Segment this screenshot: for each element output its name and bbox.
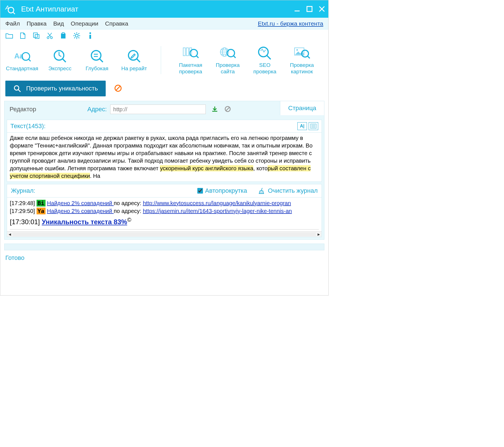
view-text-icon[interactable]: A|	[297, 122, 307, 130]
log-body: [17:29:48] Bi Найдено 2% совпадений по а…	[7, 198, 322, 231]
svg-line-60	[116, 86, 120, 90]
cut-icon[interactable]	[46, 32, 54, 40]
tool-standard-label: Стандартная	[6, 65, 38, 72]
tool-batch[interactable]: Пакетная проверка	[175, 45, 206, 75]
tool-deep-label: Глубокая	[86, 65, 109, 72]
log-panel: Журнал: Автопрокрутка Очистить журнал [1…	[7, 184, 322, 237]
tool-batch-label: Пакетная проверка	[179, 62, 202, 75]
menu-file[interactable]: Файл	[5, 20, 20, 27]
tool-rewrite[interactable]: На рерайт	[119, 49, 150, 72]
svg-line-20	[74, 33, 75, 34]
autoscroll-checkbox[interactable]	[197, 188, 203, 194]
svg-line-43	[196, 56, 199, 58]
log-line: [17:29:48] Bi Найдено 2% совпадений по а…	[10, 199, 319, 207]
svg-line-63	[226, 107, 229, 111]
svg-point-57	[14, 86, 19, 90]
menu-edit[interactable]: Правка	[27, 20, 47, 27]
svg-point-54	[296, 49, 298, 51]
svg-rect-39	[183, 48, 186, 56]
svg-line-56	[308, 56, 310, 58]
match-link[interactable]: Найдено 2% совпадений	[47, 200, 114, 206]
svg-line-22	[78, 33, 79, 34]
express-icon	[51, 49, 68, 64]
address-input[interactable]	[110, 105, 206, 114]
uniqueness-result: Уникальность текста 83%	[42, 218, 127, 226]
tool-express-label: Экспресс	[48, 65, 71, 72]
status-text: Готово	[0, 253, 328, 264]
etxt-link[interactable]: Etxt.ru - биржа контента	[258, 20, 323, 27]
svg-rect-25	[89, 35, 91, 39]
scroll-left-icon[interactable]: ◄	[7, 232, 13, 237]
check-uniqueness-button[interactable]: Проверить уникальность	[5, 81, 106, 96]
clear-log-button[interactable]: Очистить журнал	[258, 187, 318, 194]
svg-line-68	[261, 188, 262, 191]
source-badge-ya: Ya	[37, 208, 46, 214]
minimize-button[interactable]	[294, 6, 300, 12]
autoscroll-toggle[interactable]: Автопрокрутка	[197, 187, 247, 194]
download-icon[interactable]	[211, 106, 219, 113]
close-button[interactable]	[319, 6, 325, 12]
tool-express[interactable]: Экспресс	[44, 49, 75, 72]
tool-images-label: Проверка картинок	[290, 62, 314, 75]
svg-line-71	[262, 192, 263, 194]
seo-icon	[256, 45, 273, 60]
tool-seo-label: SEO проверка	[253, 62, 276, 75]
highlight-1: ускоренный курс английского языка	[160, 165, 253, 171]
tool-images[interactable]: Проверка картинок	[286, 45, 317, 75]
svg-line-28	[29, 59, 31, 61]
block-icon[interactable]	[224, 106, 232, 113]
tool-standard[interactable]: Aa Стандартная	[6, 49, 38, 72]
tab-page[interactable]: Страница	[280, 101, 324, 115]
svg-line-58	[18, 90, 21, 92]
result-line: [17:30:01] Уникальность текста 83%©	[10, 215, 319, 228]
menubar: Файл Правка Вид Операции Справка Etxt.ru…	[0, 18, 328, 30]
tool-divider	[161, 46, 161, 74]
view-list-icon[interactable]	[309, 122, 318, 130]
menu-help[interactable]: Справка	[105, 20, 128, 27]
app-title: Etxt Антиплагиат	[21, 5, 294, 13]
svg-line-38	[137, 59, 140, 62]
tool-deep[interactable]: Глубокая	[82, 49, 112, 72]
match-link[interactable]: Найдено 2% совпадений	[47, 208, 114, 214]
cancel-icon[interactable]	[114, 84, 123, 93]
log-url[interactable]: http://www.keytosuccess.ru/language/kani…	[143, 200, 291, 206]
menu-operations[interactable]: Операции	[71, 20, 98, 27]
site-icon	[219, 45, 236, 60]
info-icon[interactable]	[86, 32, 94, 40]
open-folder-icon[interactable]	[5, 32, 13, 40]
rewrite-icon	[126, 49, 143, 64]
editor-label: Редактор	[10, 106, 36, 113]
text-count-label: Текст(1453):	[10, 122, 297, 130]
h-scrollbar[interactable]: ◄ ►	[7, 231, 322, 237]
address-label: Адрес:	[87, 106, 107, 113]
svg-point-49	[227, 49, 234, 57]
log-url[interactable]: https://jasemin.ru/item/1643-sportivnyiy…	[143, 208, 292, 214]
svg-point-51	[259, 47, 268, 57]
svg-point-33	[91, 51, 101, 60]
settings-gear-icon[interactable]	[73, 32, 81, 40]
new-file-icon[interactable]	[19, 32, 27, 40]
svg-point-24	[89, 32, 91, 34]
svg-line-32	[63, 59, 66, 62]
tool-seo[interactable]: SEO проверка	[249, 45, 280, 75]
svg-line-50	[234, 56, 236, 58]
paste-icon[interactable]	[59, 32, 67, 40]
tool-site[interactable]: Проверка сайта	[212, 45, 243, 75]
scroll-track[interactable]	[13, 232, 316, 236]
svg-rect-4	[307, 6, 312, 12]
log-label: Журнал:	[11, 187, 197, 194]
menu-view[interactable]: Вид	[53, 20, 64, 27]
editor-panel: Редактор Адрес: Страница Текст(1453): A|…	[4, 101, 324, 240]
svg-line-69	[260, 192, 261, 194]
copy-icon[interactable]	[32, 32, 40, 40]
app-logo-icon: A	[4, 3, 16, 15]
source-badge-bi: Bi	[37, 200, 46, 207]
maximize-button[interactable]	[306, 6, 313, 12]
scroll-right-icon[interactable]: ►	[316, 232, 322, 237]
svg-point-42	[190, 49, 197, 57]
svg-rect-40	[186, 48, 189, 56]
broom-icon	[258, 187, 265, 194]
images-icon	[293, 45, 310, 60]
svg-point-10	[51, 37, 53, 39]
text-editor[interactable]: Даже если ваш ребенок никогда не держал …	[7, 133, 322, 181]
